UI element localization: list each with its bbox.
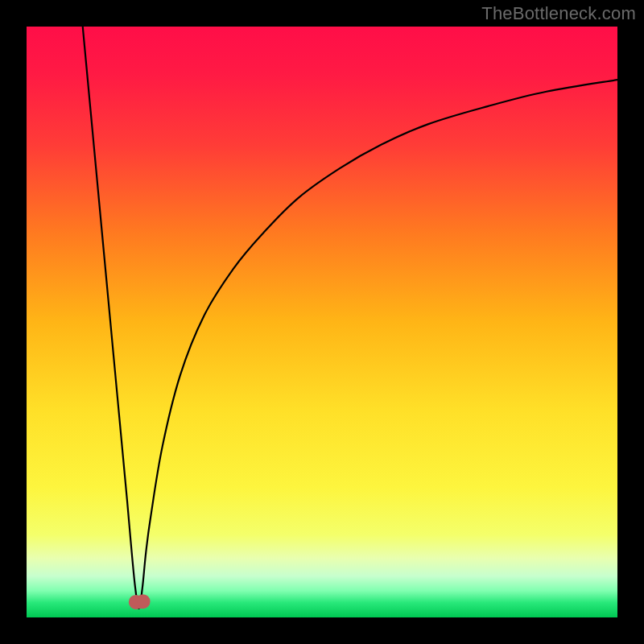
gradient-background	[27, 27, 617, 617]
optimum-markers	[130, 595, 150, 609]
optimum-marker	[137, 595, 150, 608]
plot-svg	[27, 27, 617, 617]
plot-area	[27, 27, 617, 617]
outer-frame: TheBottleneck.com	[0, 0, 644, 644]
watermark-text: TheBottleneck.com	[481, 3, 636, 24]
